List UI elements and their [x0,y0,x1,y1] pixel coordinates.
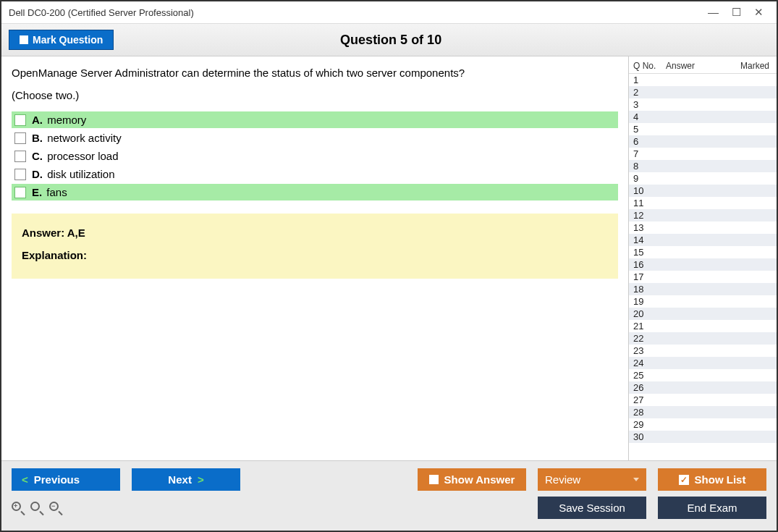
question-list-row[interactable]: 11 [629,197,777,209]
question-list-panel: Q No. Answer Marked 12345678910111213141… [628,56,777,460]
close-icon[interactable]: ✕ [754,6,764,19]
show-list-label: Show List [695,473,746,486]
minimize-icon[interactable]: — [708,6,719,19]
answer-box: Answer: A,E Explanation: [12,214,618,279]
question-subtext: (Choose two.) [12,89,618,101]
question-list-row[interactable]: 12 [629,209,777,221]
question-list-row[interactable]: 21 [629,320,777,332]
question-list-row[interactable]: 20 [629,308,777,320]
save-session-label: Save Session [559,502,625,514]
zoom-in-icon[interactable]: + [12,502,25,515]
question-list-row[interactable]: 13 [629,221,777,234]
option-text: D. disk utilization [32,168,115,180]
question-list-row[interactable]: 27 [629,394,777,406]
option-text: A. memory [32,114,86,126]
zoom-out-icon[interactable]: − [49,502,62,515]
zoom-controls: + − [12,502,62,515]
question-list-row[interactable]: 22 [629,332,777,345]
maximize-icon[interactable]: ☐ [732,6,741,19]
review-label: Review [545,473,580,486]
question-list-row[interactable]: 9 [629,172,777,185]
chevron-down-icon [633,478,639,481]
option-row[interactable]: D. disk utilization [12,166,618,182]
question-list-row[interactable]: 4 [629,111,777,123]
previous-button[interactable]: < Previous [12,468,120,491]
question-list-row[interactable]: 16 [629,258,777,271]
option-text: C. processor load [32,150,119,162]
option-row[interactable]: B. network activity [12,130,618,146]
question-list-row[interactable]: 30 [629,431,777,443]
question-list-scroll[interactable]: 1234567891011121314151617181920212223242… [629,74,777,460]
show-answer-label: Show Answer [444,473,515,486]
question-list-header: Q No. Answer Marked [629,56,777,74]
header-bar: Mark Question Question 5 of 10 [1,24,777,56]
question-list-row[interactable]: 15 [629,246,777,258]
question-list-row[interactable]: 5 [629,123,777,135]
option-checkbox[interactable] [14,151,26,162]
options-list: A. memoryB. network activityC. processor… [12,111,618,200]
question-list-row[interactable]: 25 [629,369,777,381]
chevron-right-icon: > [198,473,204,486]
question-list-row[interactable]: 14 [629,234,777,246]
question-counter: Question 5 of 10 [12,33,769,48]
question-text: OpenManage Server Administrator can dete… [12,67,618,79]
question-list-row[interactable]: 2 [629,86,777,98]
save-session-button[interactable]: Save Session [538,497,646,519]
window-controls: — ☐ ✕ [708,6,769,19]
chevron-left-icon: < [22,473,28,486]
col-answer: Answer [666,61,732,71]
col-marked: Marked [732,61,772,71]
end-exam-label: End Exam [687,502,737,514]
answer-line: Answer: A,E [22,227,608,239]
option-row[interactable]: E. fans [12,184,618,200]
col-qno: Q No. [633,61,666,71]
question-list-row[interactable]: 23 [629,345,777,357]
question-list-row[interactable]: 6 [629,135,777,148]
checkbox-icon [429,475,439,484]
show-list-button[interactable]: ✓ Show List [658,468,766,491]
question-list-row[interactable]: 28 [629,406,777,418]
question-list-row[interactable]: 19 [629,295,777,308]
zoom-reset-icon[interactable] [30,502,43,515]
review-dropdown[interactable]: Review [538,468,646,491]
option-text: E. fans [32,186,67,198]
question-list-row[interactable]: 24 [629,357,777,369]
titlebar: Dell DC0-200 (Certified Server Professio… [1,1,777,24]
question-list-row[interactable]: 18 [629,283,777,295]
option-row[interactable]: C. processor load [12,148,618,164]
option-text: B. network activity [32,132,122,144]
end-exam-button[interactable]: End Exam [658,497,766,519]
explanation-label: Explanation: [22,249,608,261]
next-label: Next [168,473,192,486]
question-content: OpenManage Server Administrator can dete… [1,56,628,460]
option-row[interactable]: A. memory [12,111,618,128]
question-list-row[interactable]: 1 [629,74,777,86]
show-answer-button[interactable]: Show Answer [418,468,526,491]
window-title: Dell DC0-200 (Certified Server Professio… [9,7,708,18]
checked-icon: ✓ [679,475,689,485]
next-button[interactable]: Next > [132,468,240,491]
question-list-row[interactable]: 29 [629,418,777,431]
question-list-row[interactable]: 17 [629,271,777,283]
option-checkbox[interactable] [14,187,26,198]
question-list-row[interactable]: 8 [629,160,777,172]
question-list-row[interactable]: 10 [629,185,777,197]
question-list-row[interactable]: 7 [629,148,777,160]
question-list-row[interactable]: 26 [629,381,777,394]
question-list-row[interactable]: 3 [629,98,777,111]
previous-label: Previous [34,473,80,486]
option-checkbox[interactable] [14,132,26,144]
footer: < Previous Next > Show Answer Review ✓ S… [1,460,777,531]
option-checkbox[interactable] [14,114,26,126]
option-checkbox[interactable] [14,169,26,180]
